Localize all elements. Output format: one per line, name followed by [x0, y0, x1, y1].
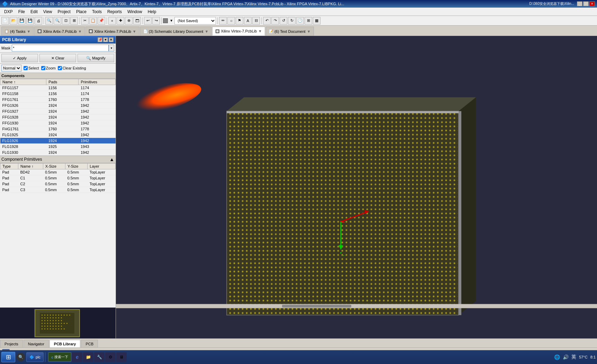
menu-edit[interactable]: Edit [28, 9, 40, 15]
tab-artix-close[interactable]: ▼ [78, 29, 82, 34]
tab-navigator[interactable]: Navigator [24, 340, 49, 347]
undo-btn[interactable]: ↩ [144, 17, 152, 25]
main-content[interactable] [116, 36, 597, 338]
align-btn[interactable]: ⊟ [252, 17, 260, 25]
text-btn[interactable]: A [244, 17, 252, 25]
tab-tasks[interactable]: 📋 (4) Tasks ▼ [1, 27, 34, 36]
tab-tasks-close[interactable]: ▼ [27, 29, 30, 34]
layout-btn[interactable]: ▦ [313, 17, 320, 25]
menu-reports[interactable]: Reports [105, 9, 125, 15]
tab-pcb[interactable]: PCB [81, 340, 98, 347]
table-row[interactable]: FFG1926 1924 1942 [0, 103, 116, 109]
menu-tools[interactable]: Tools [89, 9, 105, 15]
table-row[interactable]: FLG1926 1924 1942 [0, 138, 116, 144]
table-row[interactable]: FLG1928 1925 1943 [0, 144, 116, 150]
list-item[interactable]: Pad C3 0.5mm 0.5mm TopLayer [0, 187, 116, 193]
tab-text-close[interactable]: ▼ [307, 29, 311, 34]
3d-btn[interactable]: 🗔 [133, 17, 141, 25]
tab-artix[interactable]: 🔲 Xilinx Artix-7.PcbLib ▼ [34, 27, 85, 36]
taskbar-app2[interactable]: ⚙ [105, 352, 116, 362]
prim-col-xsize[interactable]: X-Size [43, 164, 65, 169]
table-row[interactable]: FHG1761 1760 1778 [0, 126, 116, 132]
grid2-btn[interactable]: ⊞ [305, 17, 312, 25]
list-item[interactable]: Pad BD42 0.5mm 0.5mm TopLayer [0, 169, 116, 175]
circle-btn[interactable]: ○ [227, 17, 235, 25]
table-row[interactable]: FFG1157 1156 1174 [0, 85, 116, 91]
redo2-btn[interactable]: ↷ [271, 17, 279, 25]
menu-view[interactable]: View [40, 9, 55, 15]
taskbar-plc[interactable]: 🔷 plc [26, 352, 44, 362]
minimize-btn[interactable]: _ [577, 1, 582, 6]
col-primitives[interactable]: Primitives [79, 79, 116, 85]
zoom-fit-btn[interactable]: ⊡ [62, 17, 70, 25]
magnify-btn[interactable]: 🔍 Magnify [78, 54, 114, 62]
redo-btn[interactable]: ↪ [152, 17, 160, 25]
mask-input[interactable] [12, 45, 109, 52]
zoom-in-btn[interactable]: 🔍 [45, 17, 53, 25]
prim-col-type[interactable]: Type [0, 164, 18, 169]
taskbar-ie[interactable]: e [72, 352, 82, 362]
table-row[interactable]: FFG1927 1924 1942 [0, 109, 116, 114]
table-row[interactable]: FFG1928 1924 1942 [0, 114, 116, 120]
table-row[interactable]: FLG1930 1924 1942 [0, 150, 116, 156]
tab-schematic[interactable]: 📄 (3) Schematic Library Document ▼ [140, 27, 212, 36]
save-btn[interactable]: 💾 [18, 17, 26, 25]
table-row[interactable]: FLG1925 1924 1942 [0, 132, 116, 138]
panel-close-btn[interactable]: ✕ [109, 37, 114, 42]
move-btn[interactable]: ⊕ [125, 17, 133, 25]
menu-file[interactable]: File [16, 9, 28, 15]
clock-btn[interactable]: 🕐 [296, 17, 304, 25]
start-button[interactable]: ⊞ [1, 352, 15, 362]
zoom-select-btn[interactable]: ⊞ [70, 17, 78, 25]
tab-projects[interactable]: Projects [0, 340, 23, 347]
copy-btn[interactable]: 📋 [89, 17, 97, 25]
pencil-btn[interactable]: ✏ [219, 17, 227, 25]
search-icon[interactable]: 🔍 [17, 353, 25, 361]
zoom-out-btn[interactable]: 🔍 [54, 17, 61, 25]
tab-pcb-library[interactable]: PCB Library [49, 340, 81, 347]
maximize-btn[interactable]: □ [583, 1, 589, 6]
apply-btn[interactable]: ✓ Apply [1, 54, 38, 62]
prim-col-name[interactable]: Name ↑ [18, 164, 43, 169]
clear-existing-checkbox[interactable] [58, 66, 62, 70]
taskbar-browser-e[interactable]: e 搜索一下 [48, 352, 71, 362]
menu-window[interactable]: Window [125, 9, 145, 15]
primitives-expand-btn[interactable]: ▲ [109, 157, 114, 162]
tab-virtex-close[interactable]: ▼ [258, 29, 262, 33]
menu-dxp[interactable]: DXP [1, 9, 16, 15]
undo3-btn[interactable]: ↺ [280, 17, 287, 25]
panel-pin-btn[interactable]: 📌 [98, 37, 102, 42]
open-btn[interactable]: 📂 [10, 17, 17, 25]
menu-place[interactable]: Place [73, 9, 89, 15]
clear-btn[interactable]: ✕ Clear [39, 54, 76, 62]
normal-select[interactable]: Normal [1, 65, 21, 72]
tab-text[interactable]: 📝 (6) Text Document ▼ [266, 27, 314, 36]
cut-btn[interactable]: ✂ [81, 17, 89, 25]
select-checkbox[interactable] [24, 66, 28, 70]
mask-dropdown-btn[interactable]: ▼ [109, 45, 114, 52]
menu-help[interactable]: Help [145, 9, 159, 15]
tab-kintex-close[interactable]: ▼ [133, 29, 136, 34]
list-item[interactable]: Pad C2 0.5mm 0.5mm TopLayer [0, 181, 116, 187]
redo3-btn[interactable]: ↻ [288, 17, 296, 25]
cross-btn[interactable]: ✚ [117, 17, 124, 25]
col-pads[interactable]: Pads [46, 79, 79, 85]
menu-project[interactable]: Project [55, 9, 73, 15]
tab-virtex[interactable]: 🔲 Xilinx Virtex-7.PcbLib ▼ [212, 27, 265, 36]
table-row[interactable]: FFG1761 1760 1778 [0, 97, 116, 103]
prim-col-layer[interactable]: Layer [88, 164, 116, 169]
list-item[interactable]: Pad C1 0.5mm 0.5mm TopLayer [0, 175, 116, 181]
tab-schematic-close[interactable]: ▼ [205, 29, 208, 34]
save-all-btn[interactable]: 💾 [26, 17, 34, 25]
zoom-checkbox[interactable] [41, 66, 45, 70]
taskbar-app3[interactable]: 🖥 [116, 352, 127, 362]
plus-btn[interactable]: + [108, 17, 116, 25]
tab-kintex[interactable]: 🔲 Xilinx Kintex-7.PcbLib ▼ [85, 27, 139, 36]
prim-col-ysize[interactable]: Y-Size [65, 164, 87, 169]
flag-btn[interactable]: ⚑ [236, 17, 243, 25]
col-name[interactable]: Name ↑ [0, 79, 46, 85]
taskbar-pcb[interactable]: 🔧 [94, 352, 105, 362]
print-btn[interactable]: 🖨 [35, 17, 42, 25]
paste-btn[interactable]: 📌 [98, 17, 105, 25]
components-list-container[interactable]: Name ↑ Pads Primitives FFG1157 1156 1174… [0, 79, 116, 156]
